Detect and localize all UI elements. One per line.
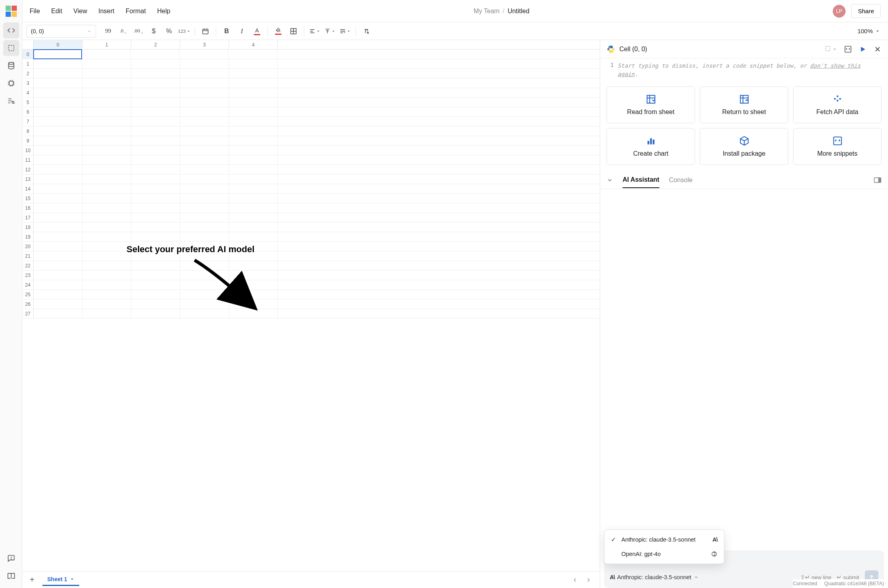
prev-sheet-button[interactable] xyxy=(572,577,578,583)
cell[interactable] xyxy=(82,290,131,299)
cell[interactable] xyxy=(229,117,278,126)
cell[interactable] xyxy=(34,175,82,184)
cell[interactable] xyxy=(82,184,131,193)
cell[interactable] xyxy=(131,165,180,174)
cell[interactable] xyxy=(180,78,229,88)
row-header[interactable]: 10 xyxy=(22,146,34,155)
wrap-button[interactable] xyxy=(338,25,352,38)
cell[interactable] xyxy=(180,136,229,145)
feedback-icon[interactable] xyxy=(3,550,19,566)
cell[interactable] xyxy=(131,280,180,289)
cell[interactable] xyxy=(180,88,229,97)
share-button[interactable]: Share xyxy=(851,4,881,18)
cell[interactable] xyxy=(34,280,82,289)
cell[interactable] xyxy=(131,136,180,145)
cell[interactable] xyxy=(131,69,180,78)
cell[interactable] xyxy=(180,242,229,251)
cell[interactable] xyxy=(131,213,180,222)
italic-button[interactable]: I xyxy=(235,25,249,38)
run-button[interactable] xyxy=(859,46,866,53)
cell[interactable] xyxy=(131,223,180,232)
cell[interactable] xyxy=(131,175,180,184)
cell[interactable] xyxy=(34,261,82,270)
decrease-decimal-button[interactable]: .0← xyxy=(116,25,131,38)
cell[interactable] xyxy=(34,194,82,203)
cell[interactable] xyxy=(131,117,180,126)
team-name[interactable]: My Team xyxy=(474,8,500,15)
row-header[interactable]: 12 xyxy=(22,165,34,174)
cell[interactable] xyxy=(34,69,82,78)
snippet-library-icon[interactable] xyxy=(844,45,852,53)
row-header[interactable]: 21 xyxy=(22,251,34,261)
row-header[interactable]: 13 xyxy=(22,175,34,184)
cell[interactable] xyxy=(131,309,180,318)
cell[interactable] xyxy=(82,223,131,232)
cell[interactable] xyxy=(180,223,229,232)
menu-file[interactable]: File xyxy=(30,8,40,15)
cell[interactable] xyxy=(180,126,229,136)
row-header[interactable]: 6 xyxy=(22,107,34,116)
cell[interactable] xyxy=(180,280,229,289)
cell[interactable] xyxy=(229,242,278,251)
zoom-dropdown[interactable]: 100% xyxy=(858,28,884,34)
cell[interactable] xyxy=(180,194,229,203)
search-list-icon[interactable] xyxy=(3,93,19,109)
cell[interactable] xyxy=(82,261,131,270)
cell[interactable] xyxy=(82,203,131,213)
cell[interactable] xyxy=(34,136,82,145)
fill-color-button[interactable] xyxy=(271,25,285,38)
cell[interactable] xyxy=(82,280,131,289)
cell[interactable] xyxy=(82,155,131,165)
cell[interactable] xyxy=(34,299,82,309)
cell[interactable] xyxy=(229,290,278,299)
row-header[interactable]: 26 xyxy=(22,299,34,309)
row-header[interactable]: 20 xyxy=(22,242,34,251)
cell-reference-input[interactable]: (0, 0) xyxy=(26,25,96,38)
menu-view[interactable]: View xyxy=(73,8,87,15)
cell[interactable] xyxy=(34,126,82,136)
row-header[interactable]: 17 xyxy=(22,213,34,222)
cell[interactable] xyxy=(34,146,82,155)
cell[interactable] xyxy=(180,155,229,165)
cell[interactable] xyxy=(34,78,82,88)
borders-button[interactable] xyxy=(286,25,301,38)
cell[interactable] xyxy=(179,50,228,59)
row-header[interactable]: 7 xyxy=(22,117,34,126)
cell[interactable] xyxy=(34,165,82,174)
cell[interactable] xyxy=(82,165,131,174)
close-panel-button[interactable] xyxy=(874,45,882,53)
cell[interactable] xyxy=(34,223,82,232)
cell[interactable] xyxy=(180,213,229,222)
cell[interactable] xyxy=(82,175,131,184)
next-sheet-button[interactable] xyxy=(585,577,592,583)
menu-edit[interactable]: Edit xyxy=(51,8,62,15)
row-header[interactable]: 15 xyxy=(22,194,34,203)
add-sheet-button[interactable]: + xyxy=(26,574,38,586)
cell[interactable] xyxy=(82,107,131,116)
cell[interactable] xyxy=(131,232,180,241)
cell[interactable] xyxy=(229,78,278,88)
cell[interactable] xyxy=(82,88,131,97)
menu-insert[interactable]: Insert xyxy=(98,8,115,15)
avatar[interactable]: LP xyxy=(833,5,846,18)
cell[interactable] xyxy=(131,146,180,155)
row-header[interactable]: 23 xyxy=(22,271,34,280)
snippet-return-to-sheet[interactable]: Return to sheet xyxy=(700,86,788,123)
cell[interactable] xyxy=(229,107,278,116)
row-header[interactable]: 24 xyxy=(22,280,34,289)
cell[interactable] xyxy=(229,261,278,270)
cell[interactable] xyxy=(180,184,229,193)
cell[interactable] xyxy=(229,59,278,68)
cell[interactable] xyxy=(229,155,278,165)
cell[interactable] xyxy=(180,117,229,126)
cell[interactable] xyxy=(131,290,180,299)
currency-button[interactable]: $ xyxy=(147,25,161,38)
cell[interactable] xyxy=(229,175,278,184)
cell[interactable] xyxy=(82,126,131,136)
cell[interactable] xyxy=(229,223,278,232)
cell[interactable] xyxy=(82,309,131,318)
cell[interactable] xyxy=(82,78,131,88)
menu-format[interactable]: Format xyxy=(126,8,146,15)
clear-format-button[interactable] xyxy=(359,25,374,38)
cell[interactable] xyxy=(229,194,278,203)
